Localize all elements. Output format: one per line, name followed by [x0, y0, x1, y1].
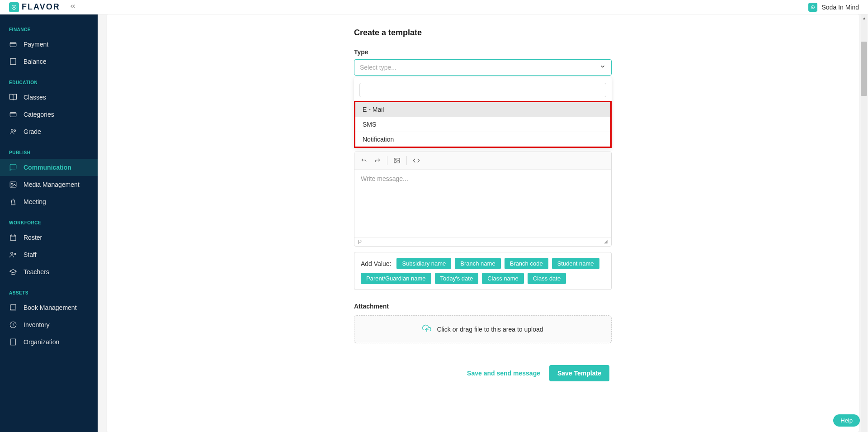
- sidebar-section-title: WORKFORCE: [0, 217, 98, 229]
- upload-text: Click or drag file to this area to uploa…: [437, 326, 543, 333]
- building-icon: [9, 57, 17, 66]
- sidebar-section-title: PUBLISH: [0, 147, 98, 159]
- chevron-down-icon: [599, 63, 606, 71]
- value-chip-branch-name[interactable]: Branch name: [455, 258, 500, 269]
- sidebar-item-label: Staff: [24, 251, 37, 258]
- svg-point-13: [11, 129, 14, 132]
- sidebar-item-label: Categories: [24, 111, 54, 118]
- office-icon: [9, 338, 17, 346]
- upload-dropzone[interactable]: Click or drag file to this area to uploa…: [354, 315, 612, 343]
- help-button[interactable]: Help: [833, 414, 860, 427]
- grad-cap-icon: [9, 268, 17, 276]
- svg-point-22: [14, 253, 16, 255]
- value-chip-subsidiary-name[interactable]: Subsidiary name: [396, 258, 451, 269]
- people-icon: [9, 251, 17, 259]
- type-label: Type: [354, 48, 612, 56]
- code-icon[interactable]: [410, 155, 422, 166]
- form-actions: Save and send message Save Template: [354, 365, 612, 381]
- dropdown-search-wrap: [359, 83, 606, 97]
- type-option-notification[interactable]: Notification: [355, 132, 610, 147]
- account-name[interactable]: Soda In Mind: [822, 4, 859, 11]
- value-chip-today-s-date[interactable]: Today's date: [435, 273, 479, 284]
- sidebar-item-label: Meeting: [24, 198, 46, 205]
- value-chip-branch-code[interactable]: Branch code: [505, 258, 548, 269]
- image-icon: [9, 180, 17, 189]
- save-template-button[interactable]: Save Template: [549, 365, 609, 381]
- sidebar-item-staff[interactable]: Staff: [0, 246, 98, 263]
- folder-icon: [9, 110, 17, 119]
- image-icon[interactable]: [391, 155, 403, 166]
- sidebar-item-communication[interactable]: Communication: [0, 159, 98, 176]
- logo-icon: [9, 2, 19, 12]
- message-editor: Write message... P ◢: [354, 152, 612, 247]
- toolbar-divider: [387, 156, 387, 165]
- sidebar-item-meeting[interactable]: Meeting: [0, 193, 98, 210]
- sidebar-item-label: Classes: [24, 94, 46, 101]
- sidebar-item-roster[interactable]: Roster: [0, 229, 98, 246]
- type-option-e-mail[interactable]: E - Mail: [355, 102, 610, 117]
- calendar-icon: [9, 233, 17, 242]
- type-dropdown: E - MailSMSNotification: [354, 77, 612, 148]
- sidebar-item-label: Organization: [24, 338, 59, 346]
- svg-rect-15: [10, 182, 16, 187]
- podium-icon: [9, 198, 17, 206]
- editor-textarea[interactable]: Write message...: [354, 170, 611, 237]
- sidebar-item-inventory[interactable]: Inventory: [0, 316, 98, 333]
- sidebar-item-payment[interactable]: Payment: [0, 36, 98, 53]
- svg-rect-11: [10, 113, 16, 117]
- svg-rect-4: [10, 43, 16, 47]
- type-option-sms[interactable]: SMS: [355, 117, 610, 132]
- card-icon: [9, 40, 17, 48]
- top-bar: FLAVOR Soda In Mind: [0, 0, 868, 14]
- sidebar-item-grade[interactable]: Grade: [0, 123, 98, 140]
- users-icon: [9, 128, 17, 136]
- svg-rect-17: [10, 235, 16, 241]
- svg-point-14: [14, 130, 16, 132]
- value-chip-class-date[interactable]: Class date: [528, 273, 566, 284]
- value-chip-parent-guardian-name[interactable]: Parent/Guardian name: [361, 273, 431, 284]
- sidebar-item-categories[interactable]: Categories: [0, 106, 98, 123]
- sidebar-item-label: Roster: [24, 234, 42, 241]
- resize-handle-icon[interactable]: ◢: [604, 239, 608, 245]
- chat-icon: [9, 163, 17, 171]
- sidebar-item-label: Communication: [24, 164, 71, 171]
- type-select[interactable]: Select type...: [354, 59, 612, 76]
- sidebar-item-book-management[interactable]: Book Management: [0, 299, 98, 316]
- editor-statusbar: P ◢: [354, 237, 611, 246]
- sidebar-item-label: Media Management: [24, 181, 80, 188]
- scrollbar-thumb[interactable]: [861, 42, 867, 96]
- sidebar: FINANCEPaymentBalanceEDUCATIONClassesCat…: [0, 14, 98, 432]
- sidebar-item-label: Balance: [24, 58, 47, 65]
- sidebar-collapse-icon[interactable]: [69, 3, 76, 12]
- sidebar-item-label: Teachers: [24, 268, 49, 275]
- svg-point-21: [11, 252, 13, 255]
- sidebar-item-balance[interactable]: Balance: [0, 53, 98, 70]
- sidebar-item-media-management[interactable]: Media Management: [0, 176, 98, 193]
- sidebar-section-title: EDUCATION: [0, 76, 98, 89]
- sidebar-item-organization[interactable]: Organization: [0, 333, 98, 351]
- sidebar-item-label: Book Management: [24, 304, 77, 311]
- sidebar-item-teachers[interactable]: Teachers: [0, 263, 98, 280]
- sidebar-item-classes[interactable]: Classes: [0, 89, 98, 106]
- svg-point-1: [13, 6, 15, 8]
- svg-rect-6: [10, 58, 16, 65]
- value-chip-student-name[interactable]: Student name: [552, 258, 599, 269]
- value-chip-class-name[interactable]: Class name: [482, 273, 524, 284]
- svg-point-33: [396, 159, 396, 160]
- editor-path: P: [358, 239, 362, 245]
- add-value-box: Add Value: Subsidiary nameBranch nameBra…: [354, 252, 612, 290]
- toolbar-divider: [406, 156, 407, 165]
- dropdown-search-input[interactable]: [359, 83, 606, 97]
- svg-point-3: [812, 6, 813, 8]
- page-title: Create a template: [354, 28, 612, 38]
- logo[interactable]: FLAVOR: [9, 2, 60, 12]
- save-and-send-button[interactable]: Save and send message: [467, 370, 540, 377]
- svg-rect-25: [11, 339, 16, 345]
- sidebar-item-label: Grade: [24, 128, 41, 135]
- sidebar-section-title: FINANCE: [0, 24, 98, 36]
- svg-rect-32: [394, 158, 400, 163]
- scroll-up-icon[interactable]: ▴: [861, 14, 867, 21]
- redo-icon[interactable]: [372, 155, 383, 166]
- undo-icon[interactable]: [358, 155, 370, 166]
- add-value-label: Add Value:: [361, 260, 391, 267]
